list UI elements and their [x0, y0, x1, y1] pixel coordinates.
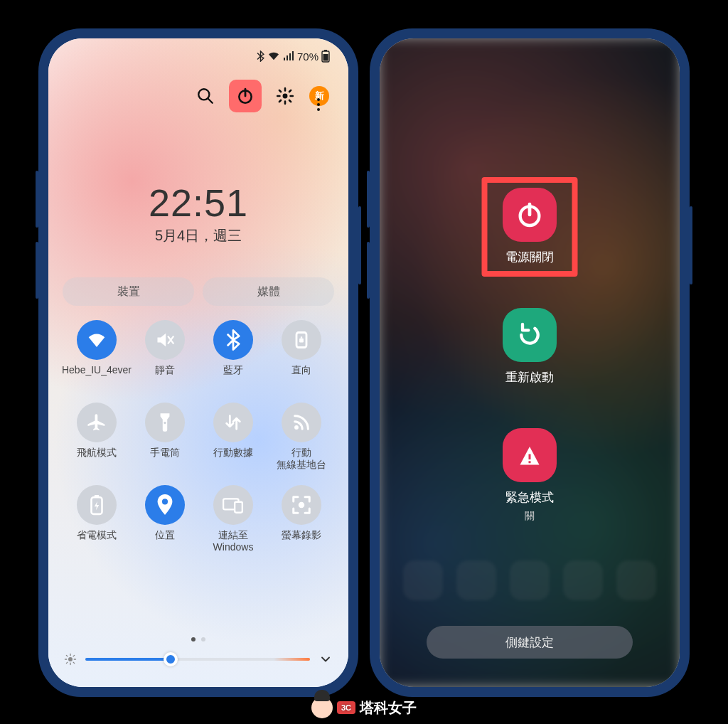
output-switcher: 裝置 媒體	[63, 277, 334, 306]
power-off-button[interactable]: 電源關閉	[503, 188, 557, 265]
svg-rect-8	[164, 422, 166, 424]
watermark: 3C 塔科女子	[311, 697, 417, 718]
brightness-slider[interactable]	[85, 658, 310, 661]
tile-flashlight[interactable]: 手電筒	[131, 403, 199, 482]
tile-record[interactable]: 螢幕錄影	[267, 485, 336, 565]
emergency-label: 緊急模式	[505, 489, 554, 506]
svg-rect-11	[95, 495, 99, 497]
battery-status-icon	[321, 50, 330, 63]
svg-point-16	[68, 657, 73, 661]
tile-label: 位置	[155, 529, 175, 541]
location-icon	[145, 485, 185, 525]
tile-label: Hebe_IU_4ever	[62, 364, 132, 376]
battery-percent: 70%	[297, 50, 318, 63]
gear-icon[interactable]	[274, 85, 296, 107]
svg-rect-18	[529, 454, 531, 460]
power-off-label: 電源關閉	[505, 249, 554, 265]
svg-rect-7	[299, 339, 304, 343]
clock: 22:51 5月4日，週三	[48, 181, 348, 245]
svg-point-12	[162, 499, 168, 504]
watermark-chip: 3C	[337, 701, 355, 714]
power-icon[interactable]	[235, 85, 256, 107]
devices-button[interactable]: 裝置	[63, 277, 194, 306]
clock-date: 5月4日，週三	[48, 226, 348, 245]
power-menu: 電源關閉 重新啟動 緊急模式 關 側鍵設定	[380, 38, 680, 687]
tile-hotspot[interactable]: 行動 無線基地台	[267, 403, 336, 482]
volume-up-button[interactable]	[36, 171, 38, 228]
emergency-state: 關	[525, 510, 535, 523]
restart-button[interactable]: 重新啟動	[503, 308, 557, 385]
svg-rect-14	[235, 502, 242, 513]
screen-record-icon	[282, 485, 321, 525]
bluetooth-status-icon	[257, 50, 264, 62]
tile-label: 行動 無線基地台	[277, 447, 326, 471]
phone-frame: 電源關閉 重新啟動 緊急模式 關 側鍵設定	[370, 28, 690, 697]
quick-settings-panel: 70% 新 22:51 5月4日，週	[48, 38, 348, 687]
clock-time: 22:51	[48, 181, 348, 225]
tile-label: 藍牙	[223, 364, 243, 376]
wifi-icon	[77, 320, 117, 360]
tile-rotation[interactable]: 直向	[267, 320, 336, 400]
hotspot-rss-icon	[282, 403, 321, 442]
emergency-mode-button[interactable]: 緊急模式 關	[503, 428, 557, 523]
flashlight-icon	[145, 403, 185, 442]
phone-frame: 70% 新 22:51 5月4日，週	[38, 28, 358, 697]
power-off-icon	[503, 188, 557, 242]
svg-rect-1	[324, 50, 327, 51]
tile-label: 行動數據	[213, 447, 253, 459]
tile-label: 靜音	[155, 364, 175, 376]
svg-rect-2	[323, 54, 328, 61]
tile-battery[interactable]: 省電模式	[63, 485, 131, 565]
tile-link[interactable]: 連結至 Windows	[199, 485, 267, 565]
tile-label: 螢幕錄影	[282, 529, 321, 541]
svg-point-5	[283, 94, 288, 99]
restart-icon	[503, 308, 557, 362]
restart-label: 重新啟動	[505, 369, 554, 385]
tile-label: 飛航模式	[77, 447, 117, 459]
power-options: 電源關閉 重新啟動 緊急模式 關	[380, 188, 680, 523]
side-power-button[interactable]	[358, 206, 361, 284]
brightness-thumb[interactable]	[164, 652, 178, 666]
power-icon-highlight	[229, 80, 262, 112]
quick-tiles-grid: Hebe_IU_4ever靜音藍牙直向飛航模式手電筒行動數據行動 無線基地台省電…	[63, 320, 334, 623]
watermark-text: 塔科女子	[360, 698, 417, 718]
tile-bluetooth[interactable]: 藍牙	[199, 320, 267, 400]
media-button[interactable]: 媒體	[203, 277, 334, 306]
volume-up-button[interactable]	[367, 171, 370, 228]
tile-label: 手電筒	[150, 447, 180, 459]
battery-saver-icon	[77, 485, 117, 525]
tile-location[interactable]: 位置	[131, 485, 199, 565]
volume-down-button[interactable]	[367, 242, 370, 299]
airplane-icon	[77, 403, 117, 442]
tile-airplane[interactable]: 飛航模式	[63, 403, 131, 482]
mute-icon	[145, 320, 185, 360]
overflow-icon	[317, 98, 320, 111]
tile-label: 直向	[291, 364, 311, 376]
watermark-avatar	[311, 697, 333, 718]
tile-label: 連結至 Windows	[213, 529, 254, 553]
brightness-icon	[64, 653, 77, 666]
bluetooth-icon	[213, 320, 253, 360]
side-key-settings-button[interactable]: 側鍵設定	[427, 626, 633, 659]
link-windows-icon	[213, 485, 253, 525]
wifi-status-icon	[267, 51, 280, 61]
panel-actions: 新	[48, 70, 348, 118]
tile-label: 省電模式	[77, 529, 117, 541]
signal-status-icon	[283, 51, 294, 61]
svg-rect-19	[529, 461, 531, 463]
svg-point-9	[294, 425, 299, 430]
volume-down-button[interactable]	[36, 242, 38, 299]
side-power-button[interactable]	[690, 206, 692, 284]
chevron-down-icon[interactable]	[318, 652, 333, 666]
page-indicator	[48, 637, 348, 642]
svg-point-15	[299, 502, 305, 509]
emergency-icon	[503, 428, 557, 482]
search-icon[interactable]	[195, 85, 216, 107]
tile-data[interactable]: 行動數據	[199, 403, 267, 482]
status-bar: 70%	[257, 50, 330, 63]
rotation-lock-icon	[282, 320, 321, 360]
more-menu[interactable]: 新	[309, 85, 330, 107]
tile-mute[interactable]: 靜音	[131, 320, 199, 400]
brightness-row	[64, 647, 333, 671]
tile-wifi[interactable]: Hebe_IU_4ever	[63, 320, 131, 400]
